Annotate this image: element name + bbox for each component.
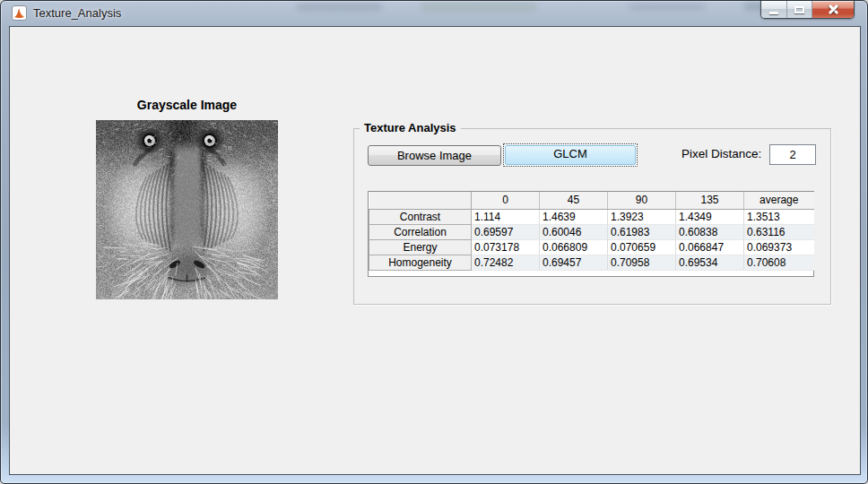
table-row: Correlation 0.69597 0.60046 0.61983 0.60… — [369, 224, 814, 239]
close-icon — [828, 4, 839, 15]
app-window: Texture_Analysis Grayscale Image Texture… — [0, 0, 868, 484]
panel-title: Texture Analysis — [360, 121, 461, 134]
table-cell[interactable]: 1.4349 — [676, 209, 744, 224]
caption-buttons — [760, 1, 855, 19]
table-row: Homogeneity 0.72482 0.69457 0.70958 0.69… — [369, 255, 814, 270]
grayscale-image — [96, 120, 278, 299]
table-column-header: 135 — [676, 192, 744, 209]
window-title: Texture_Analysis — [33, 1, 121, 25]
table-cell[interactable]: 0.066809 — [540, 239, 608, 255]
table-cell[interactable]: 0.69457 — [540, 255, 608, 270]
table-row-header: Contrast — [369, 209, 472, 224]
table-row-header: Energy — [369, 239, 472, 255]
minimize-button[interactable] — [761, 1, 787, 18]
matlab-app-icon — [12, 5, 27, 21]
titlebar-reflection — [629, 4, 705, 10]
table-cell[interactable]: 1.3923 — [608, 209, 676, 224]
table-row: Contrast 1.114 1.4639 1.3923 1.4349 1.35… — [369, 209, 814, 224]
pixel-distance-input[interactable] — [769, 144, 816, 165]
glcm-results-table: 0 45 90 135 average Contrast 1.114 1.463… — [368, 191, 814, 277]
table-cell[interactable]: 0.073178 — [472, 239, 540, 255]
table-cell[interactable]: 1.114 — [472, 209, 540, 224]
table-cell[interactable]: 1.4639 — [540, 209, 608, 224]
glcm-button[interactable]: GLCM — [503, 143, 638, 167]
maximize-icon — [794, 6, 804, 13]
table-cell[interactable]: 0.61983 — [608, 224, 676, 239]
table-corner-cell — [369, 192, 472, 209]
figure-client-area: Grayscale Image Texture Analysis Browse … — [9, 26, 861, 475]
table-column-header: 45 — [540, 192, 608, 209]
table-row: Energy 0.073178 0.066809 0.070659 0.0668… — [369, 239, 814, 255]
titlebar-reflection — [421, 2, 537, 12]
table-cell[interactable]: 0.070659 — [608, 239, 676, 255]
grayscale-image-title: Grayscale Image — [96, 98, 278, 112]
maximize-button[interactable] — [787, 1, 812, 18]
table-cell[interactable]: 0.70958 — [608, 255, 676, 270]
browse-image-button[interactable]: Browse Image — [368, 145, 501, 166]
table-column-header: 0 — [472, 192, 540, 209]
table-cell[interactable]: 0.066847 — [676, 239, 744, 255]
table-column-header: average — [744, 192, 814, 209]
table-row-header: Homogeneity — [369, 255, 472, 270]
table-cell[interactable]: 0.60838 — [676, 224, 744, 239]
title-bar[interactable]: Texture_Analysis — [1, 1, 867, 26]
table-cell[interactable]: 0.63116 — [744, 224, 814, 239]
table-header-row: 0 45 90 135 average — [369, 192, 814, 209]
pixel-distance-label: Pixel Distance: — [681, 147, 761, 160]
titlebar-reflection — [297, 4, 382, 11]
glcm-button-label: GLCM — [505, 145, 636, 165]
table-cell[interactable]: 0.069373 — [744, 239, 814, 255]
minimize-icon — [769, 12, 778, 14]
table-cell[interactable]: 0.69534 — [676, 255, 744, 270]
table-cell[interactable]: 0.72482 — [472, 255, 540, 270]
table-cell[interactable]: 0.69597 — [472, 224, 540, 239]
table-cell[interactable]: 0.60046 — [540, 224, 608, 239]
table-cell[interactable]: 0.70608 — [744, 255, 814, 270]
table-column-header: 90 — [608, 192, 676, 209]
table-row-header: Correlation — [369, 224, 472, 239]
table-cell[interactable]: 1.3513 — [744, 209, 814, 224]
close-button[interactable] — [812, 1, 854, 18]
